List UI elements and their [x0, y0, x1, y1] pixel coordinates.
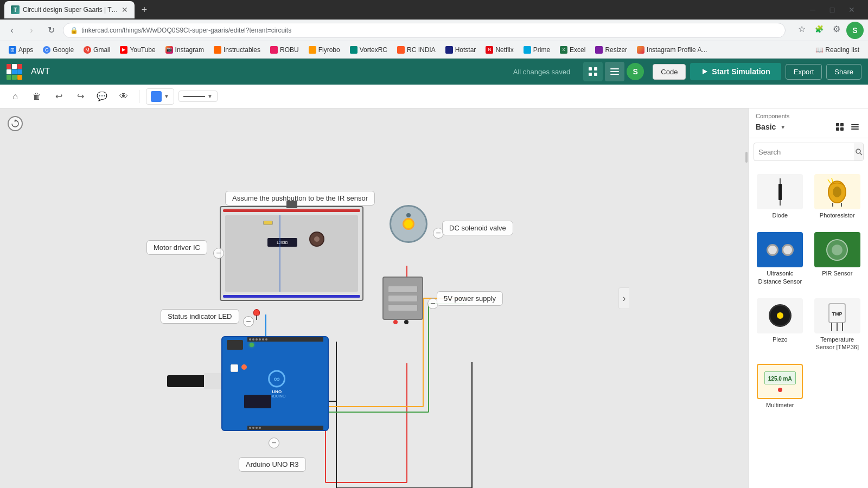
component-item-pir[interactable]: PIR Sensor: [811, 228, 864, 290]
multimeter-display: 125.0 mA: [764, 371, 796, 384]
export-btn[interactable]: Export: [786, 64, 822, 80]
flyrobo-icon: [309, 46, 316, 54]
list-view-btn[interactable]: [605, 62, 624, 81]
solenoid-valve[interactable]: [390, 205, 427, 243]
bookmark-google[interactable]: G Google: [39, 45, 78, 55]
breadboard-main: L293D: [225, 215, 358, 292]
ic-chip[interactable]: L293D: [267, 238, 297, 247]
pin: [252, 338, 254, 341]
lock-icon: 🔒: [70, 27, 78, 34]
component-item-ultrasonic[interactable]: Ultrasonic Distance Sensor: [754, 228, 807, 290]
category-selector[interactable]: Basic ▼: [756, 120, 861, 133]
vortexrc-icon: [350, 46, 358, 54]
save-status: All changes saved: [513, 68, 571, 76]
svg-rect-5: [610, 71, 619, 72]
address-bar[interactable]: 🔒 tinkercad.com/things/kWwDOQ0S9Ct-super…: [63, 23, 786, 38]
panel-scrollbar[interactable]: [745, 152, 748, 163]
bookmark-instagram-label: Instagram: [175, 46, 204, 54]
search-box[interactable]: [754, 143, 864, 161]
bookmark-reading-list[interactable]: 📖 Reading list: [811, 45, 864, 55]
power-supply[interactable]: [382, 277, 423, 320]
minimize-btn[interactable]: ─: [805, 2, 820, 17]
resistor[interactable]: [263, 221, 273, 225]
back-btn[interactable]: ‹: [4, 23, 20, 38]
user-avatar[interactable]: S: [627, 63, 644, 80]
component-item-photoresistor[interactable]: Photoresistor: [811, 170, 864, 223]
tab-title: Circuit design Super Gaaris | Tink...: [23, 6, 118, 14]
tab-close-btn[interactable]: ✕: [122, 5, 128, 14]
insta-profile-icon: [637, 46, 644, 54]
forward-btn[interactable]: ›: [24, 23, 39, 38]
profile-avatar[interactable]: S: [846, 22, 864, 39]
color-picker-arrow: ▼: [164, 93, 169, 99]
comment-btn[interactable]: 💬: [93, 88, 111, 105]
grid-view-icon[interactable]: [833, 120, 846, 133]
component-view-btn[interactable]: [583, 62, 603, 81]
arduino-small-btn[interactable]: [241, 364, 247, 370]
bookmark-flyrobo[interactable]: Flyrobo: [304, 45, 344, 55]
arduino-label: Arduino UNO R3: [239, 457, 306, 472]
bookmark-insta-profile[interactable]: Instagram Profile A...: [633, 45, 711, 55]
new-tab-btn[interactable]: +: [137, 2, 152, 17]
arduino-annot-dot[interactable]: −: [269, 438, 279, 448]
home-btn[interactable]: ⌂: [7, 88, 24, 105]
code-btn[interactable]: Code: [653, 64, 686, 80]
bookmark-resizer[interactable]: Resizer: [591, 45, 631, 55]
list-view-icon[interactable]: [848, 120, 861, 133]
active-tab[interactable]: T Circuit design Super Gaaris | Tink... …: [4, 1, 135, 18]
bookmark-netflix[interactable]: N Netflix: [481, 45, 518, 55]
bookmark-google-label: Google: [53, 46, 74, 54]
usb-type-b: [204, 373, 221, 389]
delete-btn[interactable]: 🗑: [28, 88, 46, 105]
bookmark-vortexrc[interactable]: VortexRC: [346, 45, 392, 55]
canvas-area[interactable]: Assume the pushbutton to be the IR senso…: [0, 108, 749, 488]
app-container: AWT All changes saved S: [0, 59, 868, 488]
reset-btn[interactable]: [231, 364, 238, 372]
bookmark-prime[interactable]: Prime: [519, 45, 554, 55]
refresh-btn[interactable]: ↻: [43, 23, 59, 38]
bookmark-instagram[interactable]: 📷 Instagram: [161, 45, 208, 55]
bookmark-hotstar[interactable]: Hotstar: [441, 45, 481, 55]
line-picker[interactable]: ▼: [178, 91, 218, 102]
close-btn[interactable]: ✕: [844, 2, 859, 17]
share-btn[interactable]: Share: [826, 64, 861, 80]
led-annot-dot[interactable]: −: [243, 316, 254, 327]
breadboard[interactable]: L293D: [220, 206, 363, 301]
bookmark-insta-profile-label: Instagram Profile A...: [647, 46, 707, 54]
bookmark-youtube[interactable]: ▶ YouTube: [116, 45, 159, 55]
component-item-piezo[interactable]: Piezo: [754, 294, 807, 356]
component-item-multimeter[interactable]: 125.0 mA Multimeter: [754, 359, 807, 413]
action-buttons: Code Start Simulation Export Share: [653, 63, 861, 80]
bookmark-rcindia[interactable]: RC INDIA: [393, 45, 440, 55]
bookmark-robu[interactable]: ROBU: [266, 45, 303, 55]
bookmark-gmail[interactable]: M Gmail: [79, 45, 114, 55]
panel-scroll-indicator[interactable]: ›: [618, 287, 629, 309]
color-picker[interactable]: ▼: [146, 88, 174, 105]
settings-btn[interactable]: ⚙: [829, 22, 844, 37]
motor-driver-annot-dot[interactable]: −: [213, 248, 224, 259]
reading-list-label: 📖 Reading list: [815, 46, 859, 54]
maximize-btn[interactable]: □: [825, 2, 840, 17]
svg-line-39: [860, 153, 862, 156]
arduino-uno[interactable]: ∞ UNO ARDUINO: [205, 336, 329, 431]
bookmark-star-btn[interactable]: ☆: [794, 22, 809, 37]
extension-btn[interactable]: 🧩: [812, 22, 827, 37]
svg-rect-4: [610, 68, 619, 69]
hide-btn[interactable]: 👁: [115, 88, 132, 105]
excel-icon: X: [560, 46, 567, 54]
component-item-diode[interactable]: Diode: [754, 170, 807, 223]
bookmark-excel[interactable]: X Excel: [556, 45, 590, 55]
rotate-handle[interactable]: [8, 116, 23, 131]
search-input[interactable]: [754, 145, 854, 159]
component-item-tmp36[interactable]: TMP Temperature Sensor [TMP36]: [811, 294, 864, 356]
redo-btn[interactable]: ↪: [72, 88, 89, 105]
search-btn[interactable]: [854, 143, 863, 160]
undo-btn[interactable]: ↩: [50, 88, 67, 105]
tinkercad-logo[interactable]: [7, 64, 22, 80]
potentiometer[interactable]: [309, 232, 324, 247]
simulate-btn[interactable]: Start Simulation: [690, 63, 781, 80]
main-area: Assume the pushbutton to be the IR senso…: [0, 108, 868, 488]
bookmark-instructables[interactable]: Instructables: [209, 45, 265, 55]
status-led[interactable]: [253, 309, 260, 319]
bookmark-apps[interactable]: ⊞ Apps: [4, 45, 37, 55]
